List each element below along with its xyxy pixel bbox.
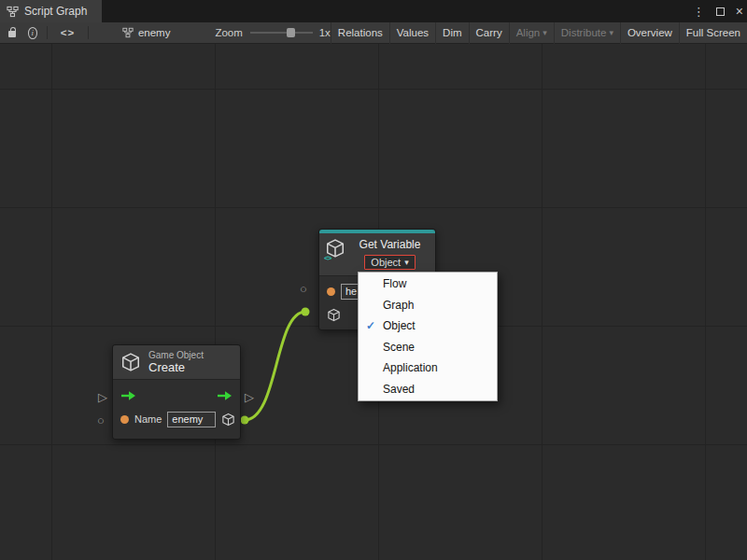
close-icon[interactable]: × (736, 5, 743, 18)
button-label: Carry (476, 27, 502, 38)
zoom-slider-handle[interactable] (287, 28, 295, 37)
button-label: Dim (443, 27, 461, 38)
menu-item-label: Graph (383, 299, 414, 312)
menu-item-saved[interactable]: Saved (359, 379, 497, 400)
menu-item-application[interactable]: Application (359, 357, 497, 379)
full-screen-button[interactable]: Full Screen (679, 22, 747, 44)
menu-item-label: Flow (383, 277, 406, 290)
flow-in-arrow-icon[interactable] (120, 390, 136, 401)
zoom-slider[interactable] (250, 26, 313, 39)
check-icon: ✓ (366, 319, 383, 332)
node-title: Get Variable (359, 238, 421, 251)
name-port-label: Name (134, 413, 162, 425)
button-label: Values (397, 27, 429, 38)
zoom-label: Zoom (215, 27, 242, 38)
variable-scope-value: Object (371, 257, 401, 268)
graph-name: enemy (138, 27, 171, 38)
menu-item-object[interactable]: ✓ Object (359, 315, 497, 337)
zoom-slider-track (250, 32, 313, 34)
code-icon[interactable]: <> (61, 27, 75, 38)
button-label: Distribute (561, 27, 607, 38)
button-label: Full Screen (686, 27, 740, 38)
name-value-port[interactable]: ○ (97, 414, 105, 427)
button-label: Overview (627, 27, 672, 38)
relations-button[interactable]: Relations (331, 22, 389, 44)
variable-name-port-dot[interactable] (327, 287, 335, 296)
get-variable-header[interactable]: <> Get Variable Object ▾ (319, 233, 435, 276)
tab-script-graph[interactable]: Script Graph (0, 0, 102, 22)
button-label: Relations (338, 27, 383, 38)
menu-item-flow[interactable]: Flow (359, 273, 497, 295)
menu-item-label: Object (383, 319, 416, 332)
align-button[interactable]: Align ▾ (509, 22, 554, 44)
window-menu-icon[interactable]: ⋮ (693, 5, 705, 19)
chevron-down-icon: ▾ (543, 28, 547, 37)
overview-button[interactable]: Overview (620, 22, 679, 44)
toolbar-buttons: Relations Values Dim Carry Align ▾ Distr… (331, 22, 747, 44)
get-variable-input-port[interactable]: ○ (300, 283, 307, 295)
flow-out-arrow-icon[interactable] (217, 390, 233, 401)
menu-item-label: Scene (383, 341, 415, 354)
chevron-down-icon: ▾ (609, 28, 613, 37)
dim-button[interactable]: Dim (435, 22, 468, 44)
distribute-button[interactable]: Distribute ▾ (554, 22, 620, 44)
toolbar-separator (47, 26, 48, 39)
variable-scope-dropdown[interactable]: Object ▾ (364, 255, 415, 270)
chevron-down-icon: ▾ (404, 258, 409, 267)
scope-dropdown-menu: Flow Graph ✓ Object Scene Application Sa… (358, 272, 498, 401)
flow-input-port[interactable]: ▷ (98, 391, 107, 403)
game-object-icon (120, 352, 141, 372)
game-object-output-icon[interactable] (221, 413, 235, 427)
graph-asset-icon (122, 27, 134, 38)
node-title: Create (148, 360, 204, 374)
script-graph-icon (7, 6, 19, 18)
node-category: Game Object (148, 350, 204, 360)
create-header[interactable]: Game Object Create (113, 345, 240, 380)
toolbar-separator (88, 26, 89, 39)
info-icon[interactable]: i (28, 27, 37, 39)
graph-breadcrumb[interactable]: enemy (122, 27, 171, 38)
name-input[interactable] (167, 412, 216, 427)
node-create[interactable]: Game Object Create Name (112, 344, 241, 440)
zoom-value: 1x (319, 27, 331, 38)
lock-icon[interactable] (8, 31, 16, 37)
create-body: Name (113, 380, 240, 439)
graph-toolbar: i <> enemy Zoom 1x Relations Values Dim (0, 22, 747, 44)
menu-item-label: Saved (383, 383, 415, 396)
window-title: Script Graph (24, 5, 87, 18)
object-port-icon[interactable] (327, 308, 341, 322)
values-button[interactable]: Values (389, 22, 435, 44)
button-label: Align (516, 27, 541, 38)
carry-button[interactable]: Carry (469, 22, 509, 44)
menu-item-label: Application (383, 361, 438, 374)
menu-item-scene[interactable]: Scene (359, 337, 497, 358)
title-bar: Script Graph ⋮ × (0, 0, 747, 22)
variable-cube-icon: <> (325, 238, 345, 260)
menu-item-graph[interactable]: Graph (359, 295, 497, 316)
window-controls: ⋮ × (693, 0, 743, 22)
name-port-dot[interactable] (120, 415, 129, 424)
flow-output-port[interactable]: ▷ (245, 391, 254, 403)
maximize-icon[interactable] (716, 7, 725, 16)
code-badge-icon: <> (324, 254, 331, 262)
